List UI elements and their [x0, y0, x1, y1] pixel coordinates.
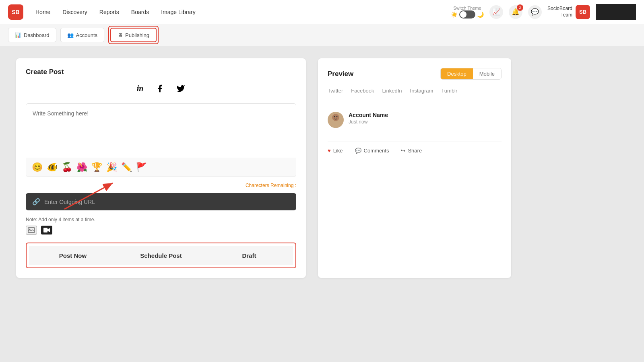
- emoji-trophy[interactable]: 🏆: [91, 162, 102, 173]
- chars-remaining: Charecters Remaining :: [26, 183, 296, 188]
- image-upload-btn[interactable]: [26, 226, 37, 234]
- preview-header: Preview Desktop Mobile: [328, 68, 502, 80]
- publishing-wrapper: 🖥 Publishing: [108, 26, 159, 44]
- emoji-flag[interactable]: 🚩: [136, 162, 147, 173]
- like-action[interactable]: ♥ Like: [328, 148, 343, 154]
- post-avatar: [328, 112, 344, 128]
- switch-theme-label: Switch Theme: [451, 6, 484, 10]
- svg-point-5: [329, 121, 342, 128]
- preview-post: Account Name Just now: [328, 106, 502, 134]
- draft-btn[interactable]: Draft: [205, 246, 293, 265]
- accounts-icon: 👥: [67, 32, 74, 38]
- nav-home[interactable]: Home: [35, 9, 50, 15]
- app-logo: SB: [8, 4, 23, 20]
- video-upload-btn[interactable]: [41, 226, 52, 234]
- svg-point-7: [334, 116, 335, 117]
- dark-action-button[interactable]: [596, 4, 636, 20]
- user-avatar[interactable]: SB: [576, 5, 590, 19]
- emoji-pencil[interactable]: ✏️: [121, 162, 132, 173]
- post-time: Just now: [349, 119, 388, 125]
- nav-links: Home Discovery Reports Boards Image Libr…: [35, 9, 451, 15]
- preview-tabs: Twitter Facebook LinkedIn Instagram Tumb…: [328, 88, 502, 98]
- moon-icon: 🌙: [477, 11, 484, 18]
- emoji-flower[interactable]: 🌺: [76, 162, 87, 173]
- svg-rect-4: [43, 228, 47, 232]
- preview-view-toggle: Desktop Mobile: [440, 68, 502, 80]
- schedule-post-btn[interactable]: Schedule Post: [117, 246, 205, 265]
- comment-icon: 💬: [355, 148, 361, 154]
- toggle-knob: [460, 11, 466, 18]
- action-buttons-row: Post Now Schedule Post Draft: [29, 246, 293, 265]
- create-post-panel: Create Post in 😊 🐠 🍒 🌺 🏆 🎉 ✏️ 🚩: [16, 58, 306, 278]
- post-meta: Account Name Just now: [349, 112, 388, 125]
- accounts-btn[interactable]: 👥 Accounts: [60, 28, 104, 42]
- create-post-title: Create Post: [26, 68, 296, 76]
- sun-icon: ☀️: [451, 11, 458, 18]
- desktop-view-btn[interactable]: Desktop: [441, 68, 473, 79]
- post-account-name: Account Name: [349, 112, 388, 118]
- url-input-wrapper: 🔗: [26, 193, 296, 210]
- nav-image-library[interactable]: Image Library: [161, 9, 196, 15]
- emoji-fish[interactable]: 🐠: [47, 162, 58, 173]
- emoji-smile[interactable]: 😊: [32, 162, 43, 173]
- heart-icon: ♥: [328, 148, 331, 154]
- linkedin-icon[interactable]: in: [137, 84, 144, 95]
- tab-twitter[interactable]: Twitter: [328, 88, 343, 94]
- dashboard-btn[interactable]: 📊 Dashboard: [8, 28, 56, 42]
- chart-icon: 📈: [492, 8, 500, 16]
- emoji-cherry[interactable]: 🍒: [62, 162, 72, 173]
- theme-toggle[interactable]: ☀️ 🌙: [451, 10, 484, 19]
- nav-discovery[interactable]: Discovery: [62, 9, 87, 15]
- preview-panel: Preview Desktop Mobile Twitter Facebook …: [318, 58, 511, 278]
- preview-title: Preview: [328, 70, 353, 78]
- chat-icon: 💬: [531, 8, 539, 16]
- nav-boards[interactable]: Boards: [131, 9, 149, 15]
- main-content: Create Post in 😊 🐠 🍒 🌺 🏆 🎉 ✏️ 🚩: [0, 46, 644, 290]
- share-action[interactable]: ↪ Share: [401, 148, 422, 154]
- top-navigation: SB Home Discovery Reports Boards Image L…: [0, 0, 644, 24]
- notification-badge: 2: [517, 4, 523, 11]
- facebook-icon[interactable]: [155, 84, 164, 95]
- messages-btn[interactable]: 💬: [528, 5, 542, 19]
- post-now-btn[interactable]: Post Now: [29, 246, 117, 265]
- link-icon: 🔗: [32, 198, 40, 206]
- notifications-btn[interactable]: 🔔 2: [509, 5, 522, 19]
- svg-point-6: [332, 114, 339, 121]
- text-area-wrapper: 😊 🐠 🍒 🌺 🏆 🎉 ✏️ 🚩: [26, 103, 296, 177]
- tab-facebook[interactable]: Facebook: [351, 88, 374, 94]
- tab-instagram[interactable]: Instagram: [410, 88, 433, 94]
- comments-action[interactable]: 💬 Comments: [355, 148, 389, 154]
- dashboard-icon: 📊: [15, 32, 21, 38]
- user-info: SocioBoard Team SB: [547, 5, 590, 19]
- post-actions-row: ♥ Like 💬 Comments ↪ Share: [328, 142, 502, 154]
- share-label: Share: [408, 148, 422, 154]
- publishing-btn[interactable]: 🖥 Publishing: [110, 28, 157, 42]
- publishing-icon: 🖥: [118, 32, 123, 38]
- media-icons-row: [26, 226, 296, 234]
- tab-tumblr[interactable]: Tumblr: [441, 88, 457, 94]
- svg-point-8: [336, 116, 338, 117]
- comments-label: Comments: [364, 148, 389, 154]
- nav-reports[interactable]: Reports: [99, 9, 119, 15]
- social-icons-row: in: [26, 84, 296, 95]
- url-input[interactable]: [44, 199, 290, 205]
- post-textarea[interactable]: [26, 104, 296, 156]
- like-label: Like: [333, 148, 343, 154]
- twitter-icon[interactable]: [176, 84, 185, 95]
- share-icon: ↪: [401, 148, 405, 154]
- note-text: Note: Add only 4 items at a time.: [26, 217, 296, 222]
- nav-right-section: Switch Theme ☀️ 🌙 📈 🔔 2 💬 SocioBoard Tea…: [451, 4, 636, 20]
- user-name: SocioBoard Team: [547, 6, 572, 18]
- toggle-track[interactable]: [459, 10, 475, 19]
- sub-navigation: 📊 Dashboard 👥 Accounts 🖥 Publishing: [0, 24, 644, 46]
- emoji-bar: 😊 🐠 🍒 🌺 🏆 🎉 ✏️ 🚩: [26, 158, 296, 177]
- action-buttons-outer: Post Now Schedule Post Draft: [26, 243, 296, 268]
- tab-linkedin[interactable]: LinkedIn: [382, 88, 402, 94]
- mobile-view-btn[interactable]: Mobile: [473, 68, 501, 79]
- analytics-icon-btn[interactable]: 📈: [489, 5, 503, 19]
- emoji-celebration[interactable]: 🎉: [106, 162, 117, 173]
